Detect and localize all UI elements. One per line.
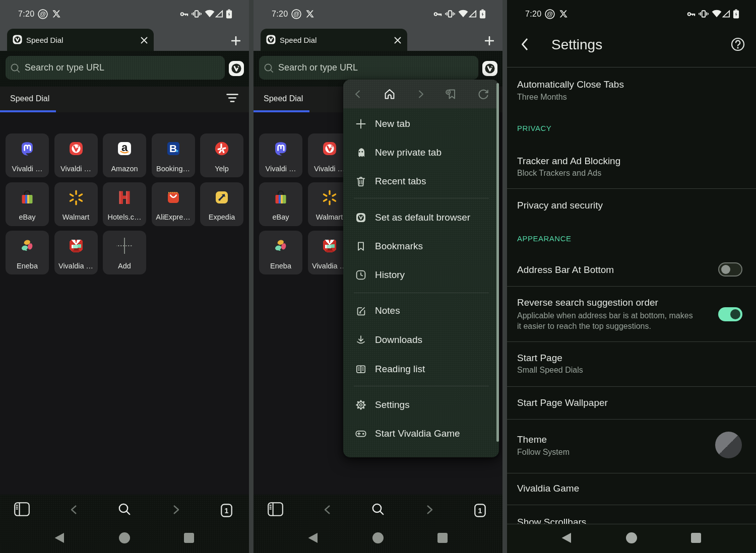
svg-text:@: @	[293, 11, 300, 18]
svg-text:B: B	[169, 143, 177, 154]
svg-text:1: 1	[478, 507, 482, 515]
svg-text:@: @	[547, 11, 553, 18]
svg-text:1: 1	[225, 507, 229, 515]
svg-text:@: @	[40, 11, 46, 18]
